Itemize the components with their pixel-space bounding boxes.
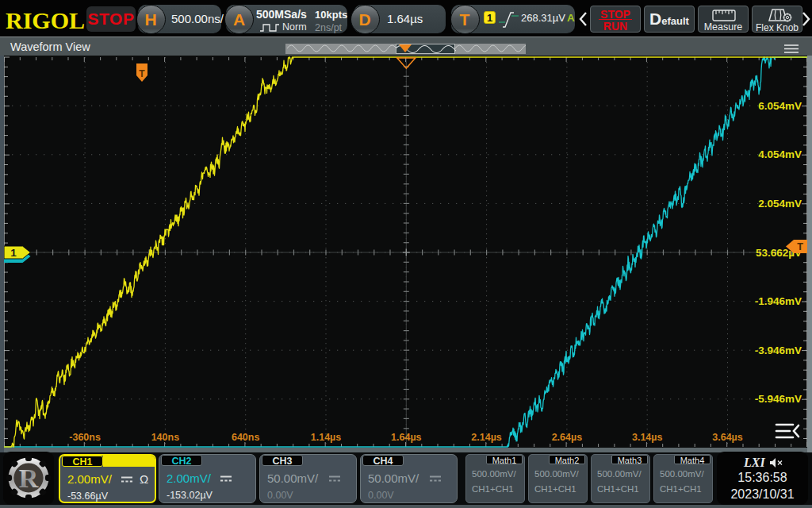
svg-text:-3.946mV: -3.946mV (755, 344, 802, 356)
svg-text:3.14µs: 3.14µs (632, 432, 663, 443)
svg-text:640ns: 640ns (232, 432, 259, 443)
svg-text:1.64µs: 1.64µs (391, 432, 422, 443)
svg-text:1: 1 (10, 247, 17, 259)
svg-text:-5.946mV: -5.946mV (755, 393, 802, 405)
svg-text:2.64µs: 2.64µs (552, 432, 583, 443)
svg-text:1.14µs: 1.14µs (311, 432, 342, 443)
svg-text:2.054mV: 2.054mV (758, 198, 802, 210)
svg-text:6.054mV: 6.054mV (758, 100, 802, 112)
svg-text:-1.946mV: -1.946mV (755, 295, 802, 307)
svg-text:-360ns: -360ns (69, 432, 101, 443)
svg-text:R: R (19, 464, 39, 493)
svg-text:T: T (797, 241, 803, 252)
svg-text:3.64µs: 3.64µs (712, 432, 743, 443)
svg-text:T: T (139, 68, 145, 79)
svg-text:2.14µs: 2.14µs (471, 432, 502, 443)
svg-text:140ns: 140ns (151, 432, 179, 443)
svg-text:4.054mV: 4.054mV (758, 148, 802, 160)
